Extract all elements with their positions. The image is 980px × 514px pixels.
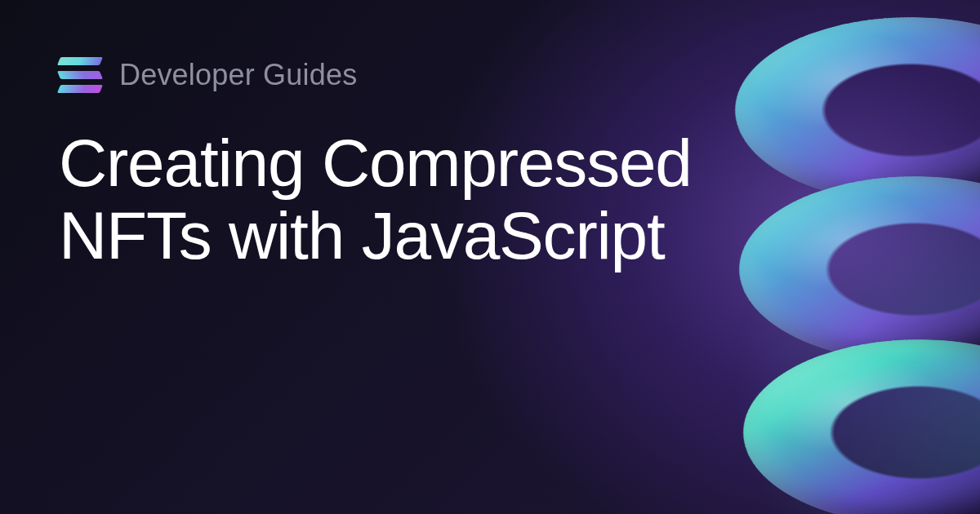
page-title: Creating Compressed NFTs with JavaScript (59, 127, 810, 272)
content-container: Developer Guides Creating Compressed NFT… (0, 0, 980, 514)
solana-logo-icon (59, 57, 101, 93)
category-label: Developer Guides (119, 58, 357, 92)
header: Developer Guides (59, 57, 921, 93)
